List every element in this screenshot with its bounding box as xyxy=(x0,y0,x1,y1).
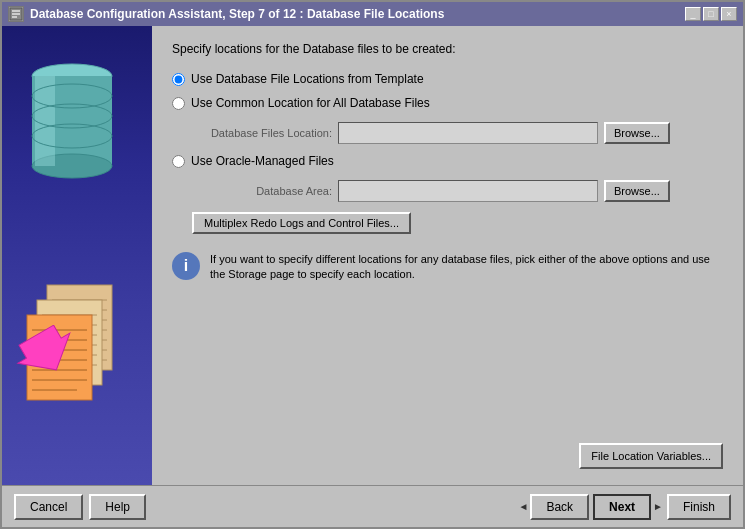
database-area-row: Database Area: Browse... xyxy=(192,180,723,202)
radio-oracle-input[interactable] xyxy=(172,155,185,168)
main-window: Database Configuration Assistant, Step 7… xyxy=(0,0,745,529)
db-cylinder-illustration xyxy=(17,46,127,206)
close-button[interactable]: × xyxy=(721,7,737,21)
multiplex-row: Multiplex Redo Logs and Control Files... xyxy=(172,212,723,234)
instruction-text: Specify locations for the Database files… xyxy=(172,42,723,56)
database-area-label: Database Area: xyxy=(192,185,332,197)
multiplex-button[interactable]: Multiplex Redo Logs and Control Files... xyxy=(192,212,411,234)
bottom-right-buttons: ◄ Back Next ► Finish xyxy=(518,494,731,520)
database-area-input[interactable] xyxy=(338,180,598,202)
svg-rect-3 xyxy=(12,16,17,18)
next-nav-area: Next ► xyxy=(593,494,663,520)
cancel-button[interactable]: Cancel xyxy=(14,494,83,520)
title-bar-left: Database Configuration Assistant, Step 7… xyxy=(8,6,444,22)
radio-template-option: Use Database File Locations from Templat… xyxy=(172,72,723,86)
info-icon: i xyxy=(172,252,200,280)
content-area: Specify locations for the Database files… xyxy=(2,26,743,485)
file-location-variables-button[interactable]: File Location Variables... xyxy=(579,443,723,469)
svg-marker-34 xyxy=(10,325,77,385)
info-text: If you want to specify different locatio… xyxy=(210,252,723,283)
title-bar: Database Configuration Assistant, Step 7… xyxy=(2,2,743,26)
radio-oracle-option: Use Oracle-Managed Files xyxy=(172,154,723,168)
app-icon xyxy=(8,6,24,22)
title-text: Database Configuration Assistant, Step 7… xyxy=(30,7,444,21)
radio-common-option: Use Common Location for All Database Fil… xyxy=(172,96,723,110)
radio-template-input[interactable] xyxy=(172,73,185,86)
svg-rect-2 xyxy=(12,13,20,15)
right-panel: Specify locations for the Database files… xyxy=(152,26,743,485)
arrow-illustration xyxy=(7,325,77,385)
maximize-button[interactable]: □ xyxy=(703,7,719,21)
next-button[interactable]: Next xyxy=(593,494,651,520)
db-files-location-row: Database Files Location: Browse... xyxy=(192,122,723,144)
help-button[interactable]: Help xyxy=(89,494,146,520)
minimize-button[interactable]: _ xyxy=(685,7,701,21)
finish-button[interactable]: Finish xyxy=(667,494,731,520)
bottom-bar: Cancel Help ◄ Back Next ► Finish xyxy=(2,485,743,527)
back-arrow-icon: ◄ xyxy=(518,501,528,512)
db-files-location-input[interactable] xyxy=(338,122,598,144)
back-button[interactable]: Back xyxy=(530,494,589,520)
radio-template-label[interactable]: Use Database File Locations from Templat… xyxy=(191,72,424,86)
db-files-location-label: Database Files Location: xyxy=(192,127,332,139)
nav-area: ◄ Back xyxy=(518,494,589,520)
bottom-left-buttons: Cancel Help xyxy=(14,494,146,520)
title-bar-controls: _ □ × xyxy=(685,7,737,21)
radio-common-input[interactable] xyxy=(172,97,185,110)
radio-common-label[interactable]: Use Common Location for All Database Fil… xyxy=(191,96,430,110)
left-panel xyxy=(2,26,152,485)
next-arrow-icon: ► xyxy=(653,501,663,512)
browse-database-area-button[interactable]: Browse... xyxy=(604,180,670,202)
svg-rect-1 xyxy=(12,10,20,12)
browse-db-files-button[interactable]: Browse... xyxy=(604,122,670,144)
radio-oracle-label[interactable]: Use Oracle-Managed Files xyxy=(191,154,334,168)
info-box: i If you want to specify different locat… xyxy=(172,252,723,283)
